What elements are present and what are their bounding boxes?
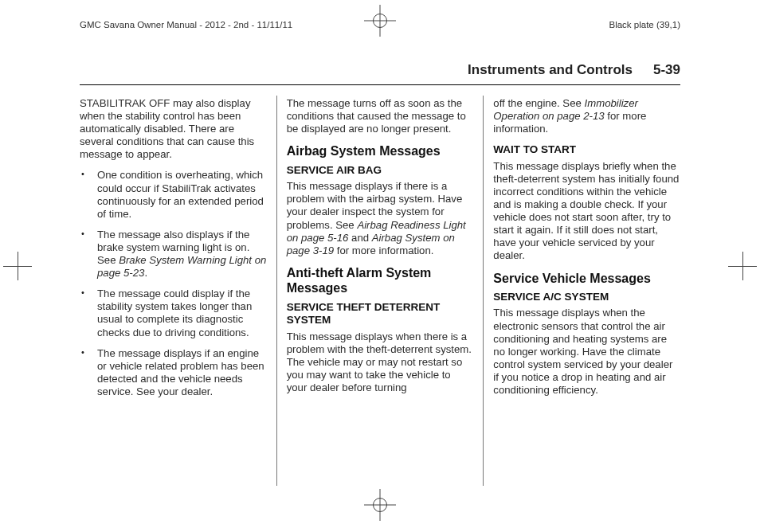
- text-mid: and: [348, 232, 371, 244]
- plate-label: Black plate (39,1): [609, 20, 681, 29]
- page-root: GMC Savana Owner Manual - 2012 - 2nd - 1…: [0, 0, 760, 532]
- column-1: STABILITRAK OFF may also display when th…: [80, 96, 276, 486]
- manual-title-label: GMC Savana Owner Manual - 2012 - 2nd - 1…: [80, 20, 292, 29]
- intro-paragraph: STABILITRAK OFF may also display when th…: [80, 97, 267, 161]
- subheading-service-ac-system: SERVICE A/C SYSTEM: [493, 291, 680, 303]
- page-number: 5-39: [653, 62, 680, 78]
- list-item-text: The message could display if the stabili…: [97, 288, 252, 338]
- column-3: off the engine. See Immobilizer Operatio…: [483, 96, 680, 486]
- paragraph: This message displays briefly when the t…: [493, 160, 680, 263]
- column-2: The message turns off as soon as the con…: [276, 96, 484, 486]
- list-item: The message could display if the stabili…: [80, 288, 267, 338]
- paragraph: This message displays when there is a pr…: [287, 331, 474, 394]
- subheading-service-theft-deterrent: SERVICE THEFT DETERRENT SYSTEM: [287, 301, 474, 327]
- cross-reference: Brake System Warning Light on page 5-23: [97, 254, 266, 279]
- registration-mark-side-icon: [3, 252, 32, 280]
- list-item-text-post: .: [144, 267, 147, 279]
- list-item-text: The message displays if an engine or veh…: [97, 347, 264, 397]
- paragraph: off the engine. See Immobilizer Operatio…: [493, 97, 680, 135]
- subheading-service-air-bag: SERVICE AIR BAG: [287, 164, 474, 177]
- bullet-list: One condition is overheating, which coul…: [80, 169, 267, 398]
- paragraph: This message displays if there is a prob…: [287, 180, 474, 257]
- text-pre: off the engine. See: [493, 97, 584, 109]
- paragraph: The message turns off as soon as the con…: [287, 97, 474, 135]
- registration-mark-icon: [364, 5, 396, 37]
- section-title: Instruments and Controls: [468, 62, 633, 78]
- list-item: One condition is overheating, which coul…: [80, 169, 267, 220]
- subheading-wait-to-start: WAIT TO START: [493, 143, 680, 156]
- section-header: Instruments and Controls 5-39: [80, 62, 680, 85]
- heading-airbag-messages: Airbag System Messages: [287, 143, 474, 159]
- list-item-text: One condition is overheating, which coul…: [97, 169, 264, 219]
- paragraph: This message displays when the electroni…: [493, 307, 680, 397]
- body-columns: STABILITRAK OFF may also display when th…: [80, 96, 680, 486]
- registration-mark-side-icon: [728, 252, 757, 280]
- heading-service-vehicle-messages: Service Vehicle Messages: [493, 271, 680, 287]
- text-post: for more information.: [334, 244, 433, 256]
- heading-antitheft-messages: Anti-theft Alarm System Messages: [287, 265, 474, 296]
- registration-mark-icon: [364, 489, 396, 521]
- list-item: The message also displays if the brake s…: [80, 229, 267, 280]
- list-item: The message displays if an engine or veh…: [80, 347, 267, 398]
